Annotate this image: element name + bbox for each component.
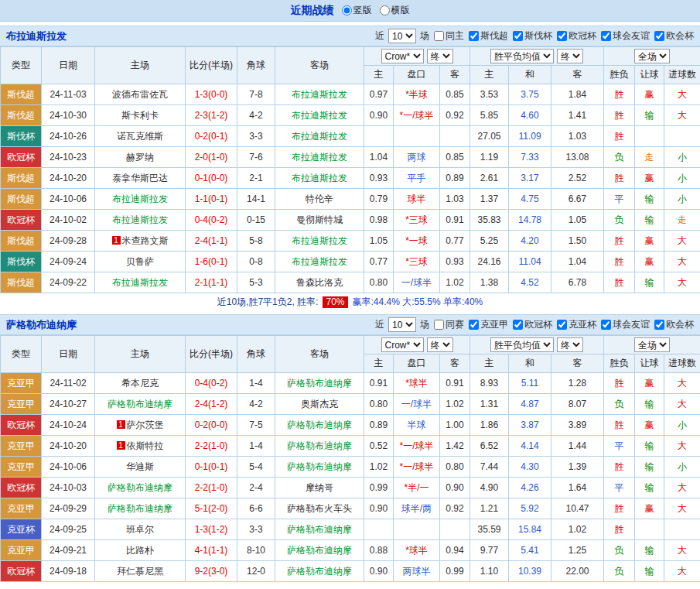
league-filter-checkbox[interactable]	[469, 320, 479, 330]
avg-home-odds: 5.25	[470, 231, 509, 252]
result-winlose: 胜	[604, 415, 635, 436]
league-filter[interactable]: 球会友谊	[600, 318, 650, 331]
league-filter-checkbox[interactable]	[654, 31, 664, 41]
same-filter[interactable]: 同主	[433, 29, 464, 43]
avg-home-odds: 4.90	[470, 478, 509, 498]
league-filter[interactable]: 克亚杯	[556, 318, 596, 331]
match-score: 5-1(2-0)	[186, 498, 237, 519]
horizontal-radio[interactable]	[380, 5, 390, 15]
avg-home-odds: 7.44	[470, 457, 509, 478]
avg-draw-odds: 3.17	[509, 168, 551, 189]
league-filter-label: 克亚杯	[569, 318, 596, 331]
ah-away-odds: 1.42	[440, 436, 470, 457]
corner-count: 5-4	[237, 457, 275, 478]
league-filter[interactable]: 克亚甲	[468, 318, 508, 331]
ah-line: *一/球半	[394, 105, 440, 126]
match-score: 0-1(0-0)	[186, 168, 237, 189]
match-score: 2-2(1-0)	[186, 436, 237, 457]
avg-away-odds: 1.03	[551, 126, 604, 147]
same-filter-checkbox[interactable]	[434, 320, 444, 330]
ah-away-odds: 0.85	[440, 84, 470, 105]
league-filter-checkbox[interactable]	[469, 31, 479, 41]
col-header-avg-draw: 和	[509, 354, 551, 373]
avg-group-header: 胜平负均值 终	[470, 47, 604, 66]
ah-away-odds: 1.02	[440, 272, 470, 293]
avg-final-select[interactable]: 终	[557, 49, 583, 63]
col-header-score: 比分(半场)	[186, 47, 237, 84]
league-filter[interactable]: 斯伐杯	[512, 29, 552, 43]
home-team: 萨格勒布迪纳摩	[95, 394, 186, 415]
away-team-name: 布拉迪斯拉发	[292, 110, 347, 121]
avg-draw-odds: 3.87	[509, 415, 551, 436]
league-filter-checkbox[interactable]	[513, 31, 523, 41]
avg-final-select[interactable]: 终	[557, 337, 583, 352]
match-count-select[interactable]: 10	[388, 29, 416, 43]
ah-away-odds: 0.89	[440, 168, 470, 189]
away-team-name: 萨格勒布迪纳摩	[287, 378, 352, 389]
avg-odds-select[interactable]: 胜平负均值	[490, 49, 554, 63]
league-filter[interactable]: 欧会杯	[654, 318, 694, 331]
team-name: 萨格勒布迪纳摩	[6, 318, 77, 332]
avg-away-odds: 1.04	[551, 252, 604, 272]
match-row: 斯伐超24-10-20泰拿华斯巴达0-1(0-0)2-1布拉迪斯拉发0.93平手…	[1, 168, 700, 189]
ah-home-odds: 0.98	[364, 210, 394, 231]
ah-home-odds	[364, 126, 394, 147]
league-filter-checkbox[interactable]	[513, 320, 523, 330]
home-team-name: 布拉迪斯拉发	[112, 277, 168, 288]
red-card-icon: 1	[117, 441, 125, 450]
avg-away-odds: 6.67	[551, 189, 604, 210]
corner-count: 7-6	[237, 147, 275, 168]
same-filter-checkbox[interactable]	[434, 31, 444, 41]
avg-odds-select[interactable]: 胜平负均值	[490, 337, 554, 352]
result-handicap: 输	[635, 478, 664, 498]
league-filter[interactable]: 欧会杯	[654, 29, 694, 43]
layout-option-vertical[interactable]: 竖版	[342, 4, 372, 17]
avg-away-odds: 8.07	[551, 394, 604, 415]
league-filter-checkbox[interactable]	[654, 320, 664, 330]
result-goals: 小	[664, 147, 700, 168]
result-winlose: 负	[604, 540, 635, 561]
home-team: 拜仁慕尼黑	[95, 561, 186, 582]
league-filter-checkbox[interactable]	[557, 320, 567, 330]
match-count-select[interactable]: 10	[388, 317, 416, 332]
result-winlose: 胜	[604, 519, 635, 540]
league-filter-label: 克亚甲	[480, 318, 508, 331]
avg-away-odds: 13.08	[551, 147, 604, 168]
away-team: 萨格勒布迪纳摩	[275, 415, 364, 436]
page-title: 近期战绩	[291, 4, 334, 18]
col-header-ah-home: 主	[364, 66, 394, 84]
same-filter[interactable]: 同赛	[433, 318, 464, 331]
win-rate-chip: 70%	[323, 296, 347, 308]
league-filter-checkbox[interactable]	[601, 31, 611, 41]
result-goals: 大	[664, 84, 700, 105]
avg-draw-odds: 10.39	[509, 561, 551, 582]
layout-option-horizontal[interactable]: 横版	[380, 4, 410, 17]
scope-select[interactable]: 全场	[634, 49, 670, 63]
league-filter[interactable]: 欧冠杯	[512, 318, 552, 331]
scope-select[interactable]: 全场	[634, 337, 670, 352]
odds-company-select[interactable]: Crow*	[381, 337, 424, 352]
home-team: 比路朴	[95, 540, 186, 561]
ah-line: 两球	[394, 147, 440, 168]
ah-final-select[interactable]: 终	[427, 49, 453, 63]
league-filter[interactable]: 球会友谊	[600, 29, 650, 43]
vertical-radio[interactable]	[342, 5, 352, 15]
team-section-dinamo-zagreb: 萨格勒布迪纳摩 近 10 场 同赛 克亚甲欧冠杯克亚杯球会友谊欧会杯 类型 日期…	[0, 314, 700, 582]
ah-final-select[interactable]: 终	[427, 337, 453, 352]
league-filter-checkbox[interactable]	[601, 320, 611, 330]
avg-home-odds: 35.59	[470, 519, 509, 540]
result-handicap: 输	[635, 457, 664, 478]
match-score: 0-1(0-1)	[186, 457, 237, 478]
result-goals: 大	[664, 561, 700, 582]
match-date: 24-09-21	[42, 540, 95, 561]
home-team: 泰拿华斯巴达	[95, 168, 186, 189]
league-filter[interactable]: 欧冠杯	[556, 29, 596, 43]
result-handicap: 赢	[635, 231, 664, 252]
odds-company-select[interactable]: Crow*	[381, 49, 424, 63]
league-filter[interactable]: 斯伐超	[468, 29, 508, 43]
home-team: 华迪斯	[95, 457, 186, 478]
ah-line: *一/球半	[394, 457, 440, 478]
match-row: 斯伐杯24-09-24贝鲁萨1-6(0-1)0-8布拉迪斯拉发0.77*三球0.…	[1, 252, 700, 272]
recent-matches-table: 类型 日期 主场 比分(半场) 角球 客场 Crow* 终 胜平负均值 终	[0, 335, 700, 582]
league-filter-checkbox[interactable]	[557, 31, 567, 41]
